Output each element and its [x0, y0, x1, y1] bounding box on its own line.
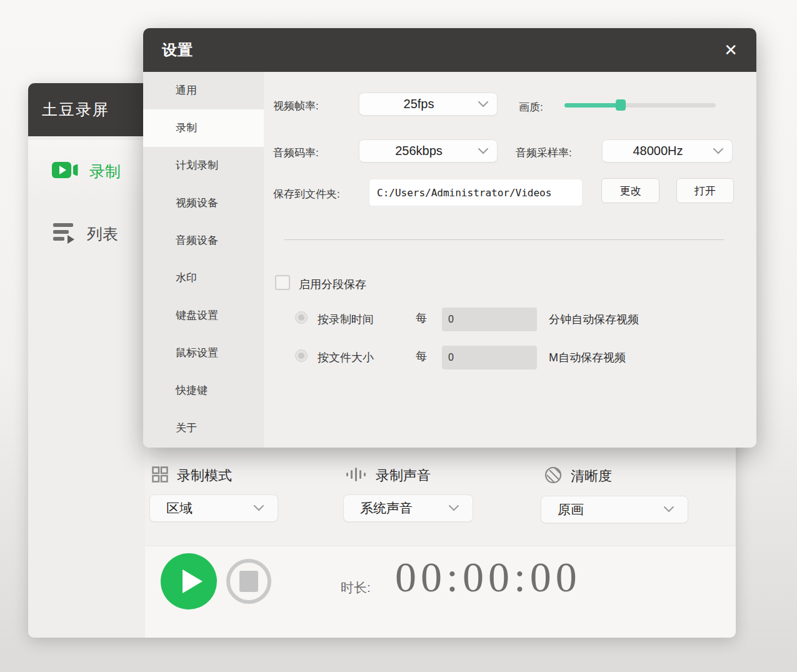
by-time-suffix: 分钟自动保存视频 [549, 312, 639, 327]
sidebar-item-record[interactable]: 录制 [28, 140, 145, 203]
segment-save-checkbox[interactable] [275, 275, 290, 290]
sample-rate-label: 音频采样率: [516, 146, 572, 160]
recording-mode-value: 区域 [166, 499, 193, 517]
recording-sound-value: 系统声音 [360, 499, 413, 517]
tab-水印[interactable]: 水印 [143, 259, 264, 297]
recording-mode-label: 录制模式 [177, 466, 232, 485]
recording-mode-group: 录制模式 区域 [152, 466, 278, 522]
recording-sound-dropdown[interactable]: 系统声音 [343, 494, 473, 522]
sidebar-item-list[interactable]: 列表 [28, 203, 145, 265]
dialog-tabs: 通用录制计划录制视频设备音频设备水印键盘设置鼠标设置快捷键关于 [143, 72, 264, 448]
audio-bitrate-label: 音频码率: [273, 146, 319, 160]
size-input[interactable] [442, 346, 537, 369]
chevron-down-icon [664, 504, 674, 515]
record-control-bar: 时长: 00:00:00 [145, 546, 736, 638]
quality-slider[interactable] [564, 99, 716, 111]
tab-音频设备[interactable]: 音频设备 [143, 222, 264, 259]
clarity-value: 原画 [558, 501, 584, 518]
sample-rate-value: 48000Hz [603, 144, 713, 158]
video-camera-icon [52, 159, 79, 184]
by-time-radio[interactable] [295, 311, 308, 324]
waveform-icon [346, 466, 367, 485]
audio-bitrate-value: 256kbps [359, 144, 478, 158]
every-label-time: 每 [416, 311, 427, 326]
quality-slider-thumb[interactable] [616, 99, 626, 111]
app-title: 土豆录屏 [28, 83, 145, 136]
chevron-down-icon [449, 503, 459, 514]
by-size-radio[interactable] [295, 349, 308, 362]
app-sidebar: 土豆录屏 录制 列表 [28, 83, 145, 638]
sidebar-item-record-label: 录制 [89, 161, 121, 182]
duration-value: 00:00:00 [395, 553, 581, 602]
by-size-label: 按文件大小 [318, 350, 374, 365]
divider [284, 239, 724, 240]
sidebar-item-list-label: 列表 [87, 224, 118, 244]
tab-计划录制[interactable]: 计划录制 [143, 147, 264, 184]
by-size-suffix: M自动保存视频 [549, 350, 626, 365]
chevron-down-icon [713, 146, 723, 157]
list-icon [52, 221, 77, 246]
stop-recording-button[interactable] [226, 559, 271, 604]
recording-mode-dropdown[interactable]: 区域 [149, 494, 278, 522]
duration-label: 时长: [341, 579, 371, 596]
minutes-input[interactable] [442, 308, 537, 331]
chevron-down-icon [254, 503, 264, 514]
open-folder-button[interactable]: 打开 [676, 178, 734, 203]
tab-键盘设置[interactable]: 键盘设置 [143, 297, 264, 334]
settings-dialog: 设置 ✕ 通用录制计划录制视频设备音频设备水印键盘设置鼠标设置快捷键关于 视频帧… [143, 28, 756, 448]
sample-rate-dropdown[interactable]: 48000Hz [602, 139, 733, 163]
close-icon[interactable]: ✕ [724, 42, 738, 58]
chevron-down-icon [478, 99, 488, 110]
recording-sound-label: 录制声音 [376, 466, 431, 485]
clarity-dropdown[interactable]: 原画 [541, 496, 688, 523]
frame-rate-label: 视频帧率: [273, 99, 319, 113]
audio-bitrate-dropdown[interactable]: 256kbps [359, 139, 498, 163]
settings-content: 视频帧率: 25fps 画质: 音频码率: 256kbps 音 [264, 72, 756, 448]
tab-录制[interactable]: 录制 [143, 109, 264, 147]
grid-icon [152, 466, 168, 485]
contrast-circle-icon [544, 466, 562, 486]
change-folder-button[interactable]: 更改 [601, 178, 659, 203]
settings-title: 设置 [162, 40, 193, 60]
clarity-group: 清晰度 原画 [544, 466, 688, 523]
tab-鼠标设置[interactable]: 鼠标设置 [143, 334, 264, 372]
tab-快捷键[interactable]: 快捷键 [143, 372, 264, 409]
save-folder-label: 保存到文件夹: [273, 187, 340, 201]
chevron-down-icon [478, 146, 488, 157]
quality-slider-fill [564, 103, 621, 108]
frame-rate-dropdown[interactable]: 25fps [359, 93, 498, 116]
every-label-size: 每 [416, 349, 427, 364]
tab-关于[interactable]: 关于 [143, 409, 264, 447]
recording-sound-group: 录制声音 系统声音 [346, 466, 473, 522]
tab-视频设备[interactable]: 视频设备 [143, 184, 264, 222]
frame-rate-value: 25fps [359, 97, 478, 111]
quality-label: 画质: [519, 100, 543, 114]
settings-titlebar: 设置 ✕ [143, 28, 756, 72]
start-recording-button[interactable] [161, 553, 217, 609]
clarity-label: 清晰度 [571, 467, 612, 486]
stop-icon [239, 571, 258, 592]
by-time-label: 按录制时间 [318, 312, 374, 327]
segment-save-label: 启用分段保存 [299, 277, 366, 292]
tab-通用[interactable]: 通用 [143, 72, 264, 109]
save-folder-input[interactable] [369, 179, 583, 206]
